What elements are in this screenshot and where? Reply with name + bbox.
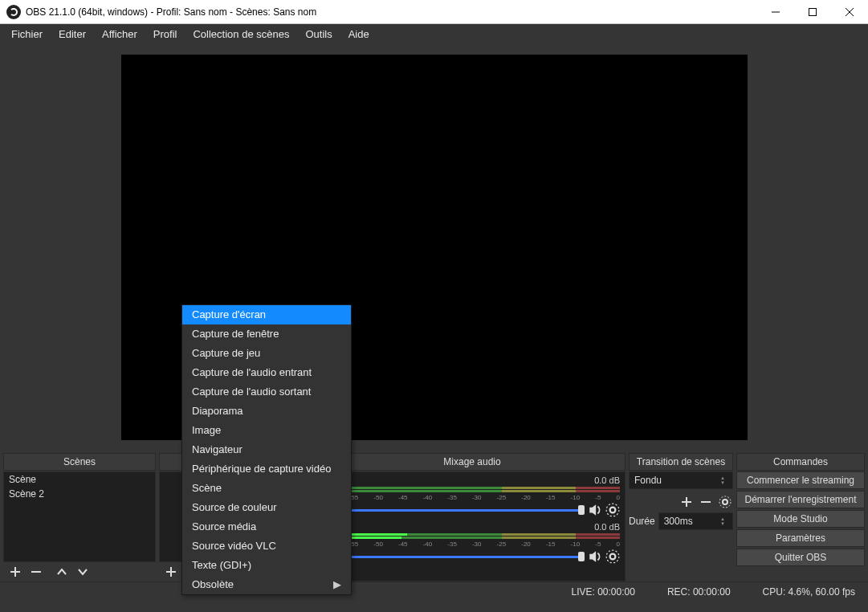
statusbar: LIVE: 00:00:00 REC: 00:00:00 CPU: 4.6%, … bbox=[0, 581, 868, 601]
duration-label: Durée bbox=[629, 516, 655, 527]
context-menu-item[interactable]: Navigateur bbox=[182, 440, 351, 459]
audio-meter bbox=[324, 533, 620, 540]
context-menu-item[interactable]: Capture de jeu bbox=[182, 344, 351, 363]
scenes-header: Scènes bbox=[3, 453, 156, 471]
volume-slider[interactable] bbox=[324, 507, 585, 513]
context-menu-item[interactable]: Diaporama bbox=[182, 402, 351, 421]
status-cpu: CPU: 4.6%, 60.00 fps bbox=[763, 586, 855, 598]
svg-point-21 bbox=[723, 500, 727, 504]
scenes-panel: Scènes Scène Scène 2 bbox=[3, 453, 156, 581]
svg-point-14 bbox=[606, 504, 619, 516]
menu-fichier[interactable]: Fichier bbox=[3, 26, 51, 43]
remove-transition-button[interactable] bbox=[698, 493, 714, 511]
studio-mode-button[interactable]: Mode Studio bbox=[736, 510, 865, 528]
add-transition-button[interactable] bbox=[679, 493, 695, 511]
svg-marker-15 bbox=[589, 551, 596, 562]
svg-point-17 bbox=[606, 550, 619, 563]
window-title: OBS 21.1.0 (64bit, windows) - Profil: Sa… bbox=[26, 6, 757, 18]
audio-meter bbox=[324, 487, 620, 493]
preview-area bbox=[0, 43, 868, 453]
mixer-panel: Mixage audio bureau 0.0 dB -60-55-50-45-… bbox=[319, 453, 626, 581]
svg-rect-1 bbox=[809, 8, 817, 15]
speaker-icon[interactable] bbox=[588, 503, 602, 517]
context-menu-item[interactable]: Obsolète▶ bbox=[182, 575, 351, 594]
context-menu-item[interactable]: Texte (GDI+) bbox=[182, 556, 351, 575]
volume-slider[interactable] bbox=[324, 553, 585, 560]
commands-header: Commandes bbox=[736, 453, 865, 471]
svg-marker-12 bbox=[589, 504, 596, 516]
meter-ticks: -60-55-50-45-40-35-30-25-20-15-10-50 bbox=[324, 541, 620, 548]
mixer-channel-level: 0.0 dB bbox=[594, 522, 620, 532]
context-menu-item[interactable]: Capture d'écran bbox=[182, 305, 351, 324]
speaker-icon[interactable] bbox=[588, 549, 602, 564]
status-rec: REC: 00:00:00 bbox=[667, 586, 731, 598]
scene-down-button[interactable] bbox=[72, 563, 93, 581]
obs-logo-icon bbox=[6, 5, 21, 19]
menu-collection[interactable]: Collection de scènes bbox=[185, 26, 297, 43]
gear-icon[interactable] bbox=[605, 503, 620, 517]
context-menu-item[interactable]: Périphérique de capture vidéo bbox=[182, 459, 351, 479]
transitions-panel: Transition de scènes Fondu ▲▼ Durée 300m… bbox=[629, 453, 733, 581]
add-source-button[interactable] bbox=[161, 563, 181, 581]
context-menu-item[interactable]: Source vidéo VLC bbox=[182, 537, 351, 556]
status-live: LIVE: 00:00:00 bbox=[571, 586, 634, 598]
menu-outils[interactable]: Outils bbox=[297, 26, 340, 43]
context-menu-item[interactable]: Capture de fenêtre bbox=[182, 324, 351, 344]
maximize-button[interactable] bbox=[794, 0, 831, 24]
menu-afficher[interactable]: Afficher bbox=[94, 26, 145, 43]
menu-editer[interactable]: Editer bbox=[51, 26, 94, 43]
add-scene-button[interactable] bbox=[5, 563, 26, 581]
start-recording-button[interactable]: Démarrer l'enregistrement bbox=[736, 491, 865, 508]
start-streaming-button[interactable]: Commencer le streaming bbox=[736, 471, 865, 489]
add-source-context-menu: Capture d'écranCapture de fenêtreCapture… bbox=[181, 304, 352, 595]
menubar: Fichier Editer Afficher Profil Collectio… bbox=[0, 24, 868, 43]
mixer-header: Mixage audio bbox=[319, 453, 626, 471]
updown-arrows-icon: ▲▼ bbox=[718, 472, 727, 488]
context-menu-item[interactable]: Source de couleur bbox=[182, 498, 351, 517]
mixer-channel: 0.0 dB -60-55-50-45-40-35-30-25-20-15-10… bbox=[324, 522, 620, 564]
window-titlebar: OBS 21.1.0 (64bit, windows) - Profil: Sa… bbox=[0, 0, 868, 24]
duration-value: 300ms bbox=[664, 516, 693, 527]
context-menu-item[interactable]: Scène bbox=[182, 479, 351, 498]
svg-point-16 bbox=[610, 554, 616, 560]
remove-scene-button[interactable] bbox=[26, 563, 47, 581]
minimize-button[interactable] bbox=[757, 0, 794, 24]
context-menu-item[interactable]: Capture de l'audio sortant bbox=[182, 382, 351, 402]
duration-spinbox[interactable]: 300ms ▲▼ bbox=[658, 512, 733, 530]
scene-row[interactable]: Scène bbox=[4, 472, 155, 487]
context-menu-item[interactable]: Source média bbox=[182, 517, 351, 537]
transitions-header: Transition de scènes bbox=[629, 453, 733, 471]
scene-up-button[interactable] bbox=[51, 563, 72, 581]
transition-settings-button[interactable] bbox=[717, 493, 733, 511]
mixer-channel: bureau 0.0 dB -60-55-50-45-40-35-30-25-2… bbox=[324, 475, 620, 517]
quit-button[interactable]: Quitter OBS bbox=[736, 549, 865, 566]
updown-arrows-icon: ▲▼ bbox=[718, 513, 727, 529]
transition-selected-label: Fondu bbox=[634, 475, 662, 486]
close-button[interactable] bbox=[831, 0, 868, 24]
menu-profil[interactable]: Profil bbox=[145, 26, 185, 43]
svg-point-22 bbox=[719, 496, 731, 508]
commands-panel: Commandes Commencer le streaming Démarre… bbox=[736, 453, 865, 581]
context-menu-item[interactable]: Capture de l'audio entrant bbox=[182, 363, 351, 382]
submenu-arrow-icon: ▶ bbox=[333, 577, 341, 592]
scenes-list[interactable]: Scène Scène 2 bbox=[3, 471, 156, 562]
context-menu-item[interactable]: Image bbox=[182, 421, 351, 440]
gear-icon[interactable] bbox=[605, 549, 620, 564]
scene-row[interactable]: Scène 2 bbox=[4, 487, 155, 501]
transition-select[interactable]: Fondu ▲▼ bbox=[629, 471, 733, 489]
settings-button[interactable]: Paramètres bbox=[736, 529, 865, 547]
meter-ticks: -60-55-50-45-40-35-30-25-20-15-10-50 bbox=[324, 494, 620, 501]
svg-point-13 bbox=[610, 508, 616, 513]
mixer-channel-level: 0.0 dB bbox=[594, 475, 620, 485]
menu-aide[interactable]: Aide bbox=[340, 26, 377, 43]
